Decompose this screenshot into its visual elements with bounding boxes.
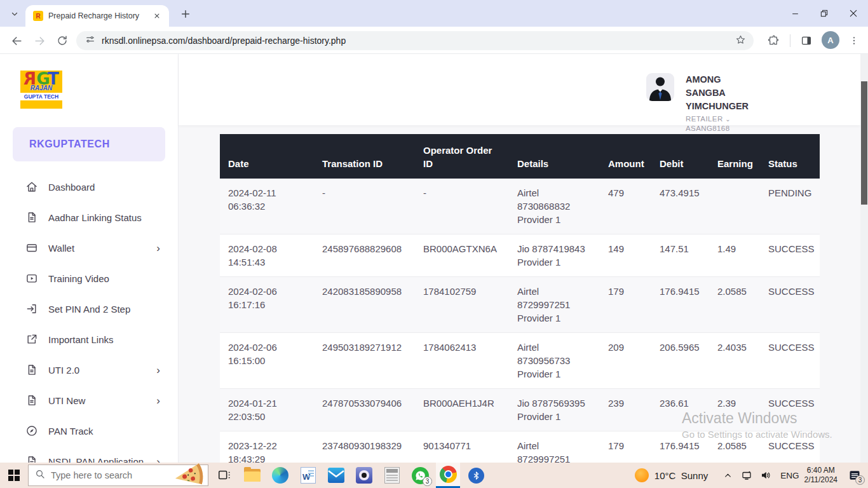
language-indicator[interactable]: ENG [780, 471, 799, 480]
tab-search-chevron-icon[interactable] [6, 6, 23, 22]
cell-details: Jio 8787419843Provider 1 [509, 234, 600, 276]
external-link-icon [25, 333, 38, 346]
cell-status: SUCCESS [760, 389, 820, 431]
news-app-icon[interactable] [380, 463, 404, 488]
sidebar-item[interactable]: UTI New › [0, 385, 178, 416]
tray-chevron-up-icon[interactable] [719, 463, 736, 488]
start-button[interactable] [0, 463, 28, 488]
system-tray: 10°C Sunny ENG 6:40 AM 2/11/2024 3 [635, 463, 868, 488]
task-view-icon[interactable] [212, 463, 236, 488]
user-avatar[interactable] [646, 73, 674, 101]
cell-debit: 147.51 [651, 234, 709, 276]
cell-date: 2024-02-06 16:15:00 [220, 333, 314, 388]
table-row: 2024-01-21 22:03:50247870533079406BR000A… [220, 389, 820, 431]
compass-icon [25, 424, 38, 437]
search-icon [35, 469, 45, 482]
chevron-down-icon: ⌄ [725, 116, 731, 123]
chevron-right-icon: › [156, 243, 160, 254]
site-logo[interactable]: RGT RAJAN GUPTA TECH [20, 71, 62, 109]
video-icon [25, 272, 38, 285]
restore-button[interactable] [810, 0, 839, 27]
sidebar-item[interactable]: Set PIN And 2 Step › [0, 294, 178, 324]
brand-name: RKGUPTATECH [29, 139, 110, 150]
sidebar-item-label: PAN Track [48, 426, 156, 437]
cell-operator-order-id: - [415, 179, 509, 234]
side-panel-icon[interactable] [797, 32, 815, 50]
weather-widget[interactable]: 10°C Sunny [635, 468, 708, 482]
details-line: Provider 1 [517, 311, 593, 325]
sidebar-item-label: Dashboard [48, 182, 156, 193]
taskbar-clock[interactable]: 6:40 AM 2/11/2024 [804, 466, 838, 485]
details-line: Airtel [517, 439, 593, 452]
search-input[interactable] [51, 470, 159, 480]
cell-transaction-id: 245897688829608 [314, 234, 415, 276]
wallet-icon [25, 241, 38, 254]
cast-screen-icon[interactable] [738, 463, 755, 488]
site-settings-icon[interactable] [85, 34, 95, 47]
cell-status: PENDING [760, 179, 820, 234]
edge-icon[interactable] [268, 463, 292, 488]
table-header-cell: Status [760, 134, 820, 179]
sidebar-item-label: Aadhar Linking Status [48, 212, 156, 223]
sidebar-item[interactable]: Aadhar Linking Status › [0, 202, 178, 233]
user-profile[interactable]: AMONG SANGBA YIMCHUNGER RETAILER ⌄ ASANG… [646, 73, 762, 133]
sidebar-item[interactable]: UTI 2.0 › [0, 355, 178, 385]
cell-earning: 2.39 [709, 389, 760, 431]
details-line: Provider 1 [517, 255, 593, 269]
sidebar-item[interactable]: Training Video › [0, 263, 178, 294]
home-icon [25, 180, 38, 193]
user-meta: AMONG SANGBA YIMCHUNGER RETAILER ⌄ ASANG… [686, 73, 762, 133]
brand-badge[interactable]: RKGUPTATECH [13, 127, 165, 161]
bookmark-star-icon[interactable] [735, 34, 746, 48]
cell-earning: 2.4035 [709, 333, 760, 388]
address-bar[interactable] [76, 31, 754, 50]
page-scrollbar-track[interactable] [860, 54, 868, 463]
browser-tab[interactable]: R Prepaid Recharge History [25, 5, 169, 27]
forward-button[interactable] [31, 32, 48, 50]
page-scrollbar-thumb[interactable] [861, 81, 867, 205]
tab-close-icon[interactable] [151, 10, 163, 22]
word-icon[interactable]: W [296, 463, 320, 488]
new-tab-button[interactable] [178, 6, 193, 22]
document-icon [25, 394, 38, 407]
cell-earning [709, 179, 760, 234]
mail-icon[interactable] [324, 463, 348, 488]
sidebar-item[interactable]: NSDL PAN Application › [0, 446, 178, 463]
browser-tabstrip: R Prepaid Recharge History [0, 0, 868, 27]
weather-temp: 10°C [654, 470, 676, 481]
cell-debit: 176.9415 [651, 277, 709, 332]
minimize-button[interactable] [780, 0, 810, 27]
volume-icon[interactable] [757, 463, 774, 488]
cell-debit: 236.61 [651, 389, 709, 431]
cell-debit: 206.5965 [651, 333, 709, 388]
cell-transaction-id: - [314, 179, 415, 234]
bluetooth-icon[interactable] [464, 463, 488, 488]
reload-button[interactable] [53, 32, 71, 50]
table-header-cell: Amount [600, 134, 651, 179]
table-header-cell: Details [509, 134, 600, 179]
whatsapp-icon[interactable]: 3 [408, 463, 432, 488]
back-button[interactable] [8, 32, 25, 50]
sidebar-item[interactable]: PAN Track › [0, 416, 178, 446]
table-row: 2024-02-11 06:36:32--Airtel8730868832Pro… [220, 179, 820, 234]
cell-details: Airtel8730868832Provider 1 [509, 179, 600, 234]
user-role[interactable]: RETAILER ⌄ [686, 114, 762, 124]
cell-date: 2024-02-08 14:51:43 [220, 234, 314, 276]
taskbar-search[interactable] [28, 464, 208, 486]
sidebar-item[interactable]: Wallet › [0, 233, 178, 263]
notification-center-icon[interactable]: 3 [844, 463, 865, 488]
media-app-icon[interactable] [352, 463, 376, 488]
extensions-icon[interactable] [764, 32, 782, 50]
file-explorer-icon[interactable] [240, 463, 264, 488]
url-input[interactable] [102, 36, 735, 46]
browser-profile-avatar[interactable]: A [822, 31, 839, 49]
chrome-icon[interactable] [436, 463, 460, 488]
table-header-cell: Operator Order ID [415, 134, 509, 179]
sunny-icon [635, 468, 649, 482]
sidebar-item[interactable]: Dashboard › [0, 172, 178, 202]
chevron-right-icon: › [156, 456, 160, 463]
document-icon [25, 211, 38, 224]
close-button[interactable] [839, 0, 868, 27]
sidebar-item[interactable]: Important Links › [0, 324, 178, 355]
browser-menu-icon[interactable] [845, 32, 863, 50]
